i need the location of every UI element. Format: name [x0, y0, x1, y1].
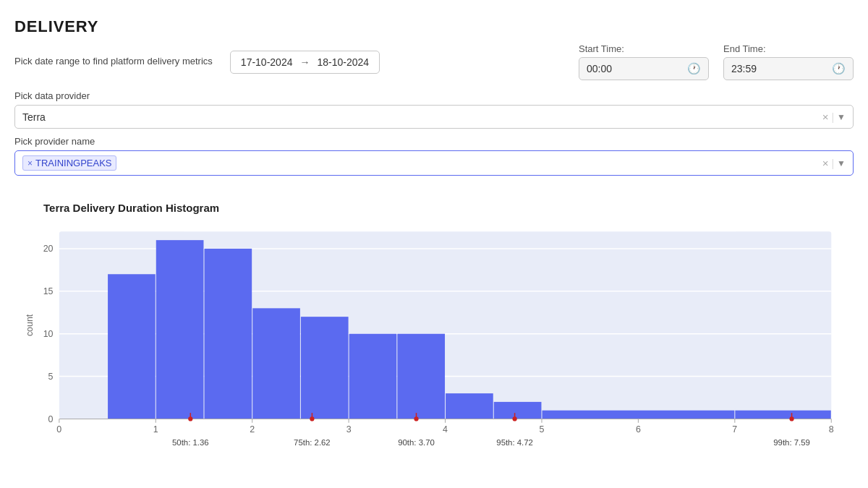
- svg-rect-21: [735, 411, 830, 419]
- svg-text:7: 7: [732, 424, 737, 435]
- provider-name-chevron-icon[interactable]: ▼: [837, 158, 846, 168]
- svg-text:15: 15: [43, 286, 54, 296]
- svg-text:8: 8: [829, 424, 834, 435]
- provider-name-divider: |: [831, 158, 834, 169]
- svg-point-51: [513, 416, 517, 421]
- provider-name-label: Pick provider name: [14, 136, 854, 147]
- date-start: 17-10-2024: [241, 56, 293, 68]
- chart-title: Terra Delivery Duration Histogram: [43, 202, 846, 214]
- svg-text:90th: 3.70: 90th: 3.70: [398, 438, 435, 447]
- provider-chevron-icon[interactable]: ▼: [837, 112, 846, 122]
- provider-select[interactable]: Terra × | ▼: [14, 105, 854, 129]
- svg-text:99th: 7.59: 99th: 7.59: [773, 438, 810, 447]
- start-time-value: 00:00: [587, 63, 665, 74]
- date-range-picker[interactable]: 17-10-2024 → 18-10-2024: [230, 51, 380, 74]
- svg-text:75th: 2.62: 75th: 2.62: [294, 438, 331, 447]
- provider-divider: |: [831, 111, 834, 123]
- svg-text:3: 3: [346, 424, 352, 435]
- svg-text:count: count: [25, 314, 35, 336]
- end-time-label: End Time:: [723, 43, 854, 54]
- svg-text:10: 10: [43, 329, 54, 339]
- svg-rect-18: [446, 393, 493, 419]
- page-title: DELIVERY: [14, 17, 854, 36]
- tag-x-icon[interactable]: ×: [27, 158, 33, 168]
- svg-text:1: 1: [153, 424, 158, 435]
- svg-point-54: [789, 416, 793, 421]
- svg-text:0: 0: [56, 424, 61, 435]
- svg-rect-16: [349, 334, 397, 419]
- provider-name-clear-icon[interactable]: ×: [822, 157, 829, 169]
- date-end: 18-10-2024: [317, 56, 369, 68]
- svg-rect-13: [204, 249, 252, 419]
- provider-clear-icon[interactable]: ×: [822, 111, 829, 123]
- end-time-value: 23:59: [731, 63, 810, 74]
- provider-name-tag[interactable]: × TRAININGPEAKS: [22, 155, 116, 171]
- svg-rect-11: [108, 274, 156, 419]
- svg-text:2: 2: [250, 424, 255, 435]
- clock-icon: 🕐: [687, 62, 701, 75]
- svg-text:20: 20: [43, 244, 54, 254]
- svg-text:0: 0: [48, 414, 54, 424]
- provider-value: Terra: [22, 111, 822, 123]
- svg-text:5: 5: [540, 424, 545, 435]
- svg-text:50th: 1.36: 50th: 1.36: [172, 438, 209, 447]
- svg-rect-14: [252, 308, 300, 419]
- svg-text:5: 5: [48, 372, 54, 382]
- svg-text:4: 4: [443, 424, 448, 435]
- svg-point-45: [310, 416, 314, 421]
- svg-rect-12: [156, 240, 204, 419]
- svg-point-48: [414, 416, 418, 421]
- svg-rect-20: [542, 411, 734, 419]
- tag-label: TRAININGPEAKS: [35, 158, 111, 168]
- clock-icon-end: 🕐: [832, 62, 846, 75]
- svg-rect-15: [301, 317, 349, 419]
- provider-name-select[interactable]: × TRAININGPEAKS × | ▼: [14, 150, 854, 176]
- start-time-label: Start Time:: [579, 43, 709, 54]
- date-range-label: Pick date range to find platform deliver…: [14, 55, 213, 68]
- date-arrow-icon: →: [299, 56, 310, 68]
- start-time-input[interactable]: 00:00 🕐: [579, 57, 709, 80]
- end-time-input[interactable]: 23:59 🕐: [723, 57, 854, 80]
- svg-text:95th: 4.72: 95th: 4.72: [496, 438, 533, 447]
- svg-rect-19: [494, 402, 542, 419]
- provider-name-input[interactable]: [121, 158, 817, 169]
- provider-label: Pick data provider: [14, 90, 854, 101]
- svg-point-42: [188, 416, 192, 421]
- svg-text:6: 6: [636, 424, 641, 435]
- chart-container: Terra Delivery Duration Histogram 051015…: [14, 190, 854, 486]
- svg-rect-17: [397, 334, 445, 419]
